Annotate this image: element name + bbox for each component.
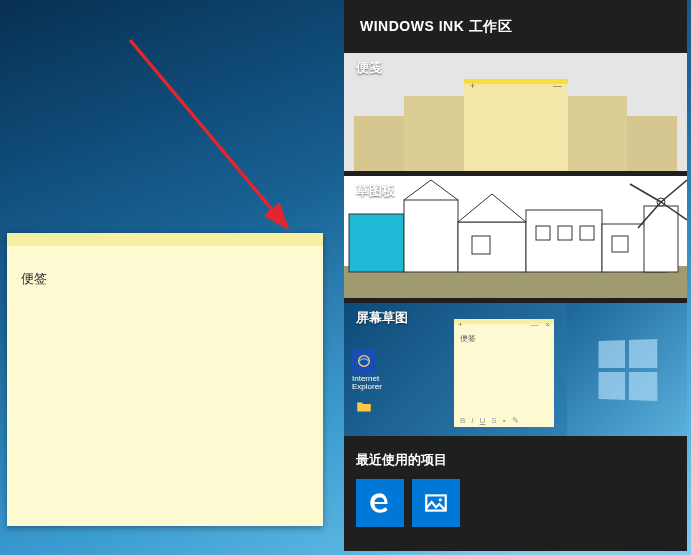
folder-icon [352, 395, 376, 419]
recent-tile-photos[interactable] [412, 479, 460, 527]
recent-section: 最近使用的项目 [344, 441, 687, 533]
svg-rect-13 [580, 226, 594, 240]
sticky-note-window[interactable]: 便签 [7, 233, 323, 526]
sketchpad-preview [344, 176, 687, 298]
sticky-notes-label: 便笺 [356, 59, 382, 77]
photos-icon [423, 490, 449, 516]
windows-logo-icon [599, 339, 658, 401]
svg-rect-12 [558, 226, 572, 240]
svg-rect-11 [536, 226, 550, 240]
svg-rect-9 [472, 236, 490, 254]
ie-icon [352, 349, 376, 373]
svg-rect-7 [458, 222, 526, 272]
sticky-note-content[interactable]: 便签 [7, 246, 323, 312]
svg-rect-15 [612, 236, 628, 252]
svg-rect-3 [349, 214, 404, 272]
sketchpad-tile[interactable]: 草图板 [344, 176, 687, 298]
screen-sketch-tile[interactable]: 屏幕草图 Internet Explorer +— × 便签 BIUS•✎ [344, 303, 687, 436]
panel-title: WINDOWS INK 工作区 [344, 0, 687, 53]
recent-label: 最近使用的项目 [356, 451, 675, 469]
svg-rect-10 [526, 210, 602, 272]
sticky-note-titlebar[interactable] [7, 233, 323, 246]
svg-rect-4 [404, 200, 458, 272]
screen-sketch-preview-right [567, 303, 687, 436]
sticky-notes-preview: +— [344, 79, 687, 171]
svg-point-24 [439, 498, 442, 501]
windows-ink-workspace-panel: WINDOWS INK 工作区 便笺 +— 草图板 [344, 0, 687, 551]
sketchpad-label: 草图板 [356, 182, 395, 200]
sticky-notes-tile[interactable]: 便笺 +— [344, 53, 687, 171]
recent-tile-edge[interactable] [356, 479, 404, 527]
screen-sketch-label: 屏幕草图 [356, 309, 408, 327]
screen-sketch-note-preview: +— × 便签 BIUS•✎ [454, 319, 554, 427]
edge-icon [367, 490, 393, 516]
